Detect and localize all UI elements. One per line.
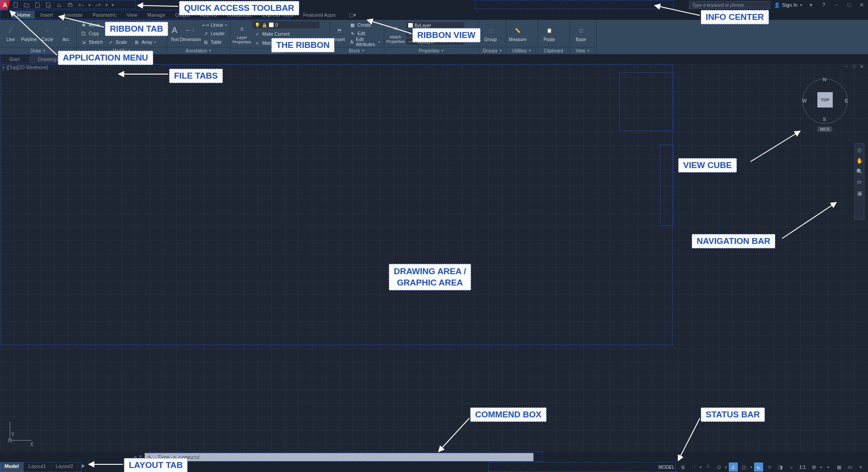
nav-orbit-icon[interactable]: ⟳: [856, 179, 863, 186]
ribbon-tab-collaborate[interactable]: Collaborate: [222, 11, 257, 19]
viewcube-top-face[interactable]: TOP: [817, 92, 833, 107]
match-layer-button[interactable]: ≈Match Layer: [252, 39, 320, 47]
move-button[interactable]: ✥Move: [79, 21, 105, 29]
wcs-button[interactable]: WCS: [817, 126, 832, 132]
color-combo[interactable]: ByLayer: [406, 22, 465, 29]
cmd-close-icon[interactable]: ✕: [133, 455, 137, 460]
block-edit-button[interactable]: ✎Edit: [348, 30, 382, 37]
table-button[interactable]: ⊞Table: [201, 38, 229, 46]
array-button[interactable]: ⊞Array▾: [132, 38, 158, 46]
search-input[interactable]: Type a keyword or phrase: [689, 1, 770, 9]
insert-button[interactable]: ⬒Insert: [332, 21, 347, 46]
hardware-icon[interactable]: ▦: [835, 463, 844, 472]
linetype-combo[interactable]: ─── ByLayer: [406, 38, 465, 45]
isolate-icon[interactable]: +: [824, 463, 833, 472]
qat-redo-icon[interactable]: [94, 1, 102, 9]
qat-cloud-icon[interactable]: [55, 1, 63, 9]
osnap-icon[interactable]: ∠: [729, 463, 738, 472]
match-properties-button[interactable]: ⚄Match Properties: [386, 21, 405, 46]
make-current-button[interactable]: ✓Make Current: [252, 30, 320, 38]
qat-plot-icon[interactable]: [66, 1, 74, 9]
panel-title[interactable]: Clipboard: [538, 47, 569, 54]
ribbon-tab-home[interactable]: Home: [13, 11, 35, 19]
grid-icon[interactable]: ⊞: [678, 463, 687, 472]
signin-button[interactable]: 👤Sign In▼: [774, 2, 803, 8]
compass-e[interactable]: E: [845, 98, 848, 103]
qat-undo-icon[interactable]: [77, 1, 85, 9]
ribbon-tab-view[interactable]: View: [122, 11, 142, 19]
ribbon-tab-annotate[interactable]: Annotate: [58, 11, 87, 19]
vp-minimize-icon[interactable]: −: [845, 64, 852, 70]
stretch-button[interactable]: ⇲Stretch: [79, 38, 105, 46]
otrack-icon[interactable]: ⊾: [754, 463, 763, 472]
cmd-handle-icon[interactable]: ⠿: [139, 455, 142, 460]
lineweight-combo[interactable]: —— ByLayer: [406, 30, 465, 37]
circle-button[interactable]: ○Circle: [39, 21, 57, 46]
layer-combo[interactable]: 💡🔒0: [252, 21, 320, 29]
layout-tab-layout2[interactable]: Layout2: [51, 462, 78, 472]
layout-tab-add[interactable]: +: [78, 462, 87, 472]
compass-s[interactable]: S: [823, 117, 826, 122]
panel-title[interactable]: View▼: [570, 47, 596, 54]
ribbon-tab-output[interactable]: Output: [171, 11, 195, 19]
vp-close-icon[interactable]: ✕: [860, 64, 866, 70]
customize-icon[interactable]: ≡: [856, 463, 865, 472]
viewport-controls[interactable]: [−][Top][2D Wireframe]: [3, 65, 48, 70]
edit-attr-button[interactable]: AEdit Attributes▾: [348, 38, 382, 46]
panel-title[interactable]: Layers▼: [231, 48, 330, 54]
file-tab-add[interactable]: +: [69, 55, 79, 63]
panel-title[interactable]: Utilities▼: [506, 47, 538, 54]
mirror-button[interactable]: ◁▷Mirror: [106, 30, 131, 37]
layout-tab-layout1[interactable]: Layout1: [24, 462, 51, 472]
base-button[interactable]: ◫Base: [571, 21, 590, 46]
command-input[interactable]: >_ Type a command: [145, 453, 533, 461]
panel-title[interactable]: Draw▼: [0, 47, 76, 54]
snap-icon[interactable]: ∷: [689, 463, 698, 472]
copy-button[interactable]: ⿻Copy: [79, 30, 105, 37]
application-menu-button[interactable]: A: [0, 0, 10, 10]
panel-title[interactable]: Groups▼: [479, 47, 506, 54]
minimize-icon[interactable]: −: [832, 1, 841, 9]
dimension-button[interactable]: ⊢⊣Dimension: [181, 21, 200, 46]
linear-button[interactable]: ⟼Linear▾: [201, 21, 229, 29]
layer-properties-button[interactable]: ≣Layer Properties: [232, 21, 251, 47]
ribbon-view-toggle[interactable]: ▢▾: [344, 11, 361, 19]
drawing-area[interactable]: [−][Top][2D Wireframe] − □ ✕ TOP N S E W…: [0, 64, 868, 452]
trim-button[interactable]: ✂Trim▾: [132, 21, 158, 29]
paste-button[interactable]: 📋Paste: [540, 21, 559, 46]
3dosnap-icon[interactable]: ◫: [740, 463, 749, 472]
ribbon-tab-featured[interactable]: Featured Apps: [298, 11, 340, 19]
polyline-button[interactable]: ⟋Polyline: [20, 21, 38, 46]
line-button[interactable]: ╱Line: [2, 21, 19, 46]
arc-button[interactable]: ⌒Arc: [57, 21, 75, 46]
close-icon[interactable]: ✕: [857, 1, 866, 9]
nav-showmotion-icon[interactable]: ▣: [856, 190, 863, 197]
qat-save-icon[interactable]: [33, 1, 42, 9]
polar-icon[interactable]: ⊙: [714, 463, 723, 472]
clean-screen-icon[interactable]: ▭: [845, 463, 854, 472]
ortho-icon[interactable]: └: [703, 463, 712, 472]
block-create-button[interactable]: ▦Create: [348, 21, 382, 29]
qat-customize-icon[interactable]: ▼: [111, 3, 115, 7]
leader-button[interactable]: ↗Leader: [201, 30, 229, 37]
scale-label[interactable]: 1:1: [797, 465, 807, 470]
ribbon-tab-insert[interactable]: Insert: [36, 11, 57, 19]
panel-title[interactable]: Properties▼: [384, 47, 479, 54]
group-button[interactable]: ⬚Group: [481, 21, 500, 46]
qat-saveas-icon[interactable]: [44, 1, 52, 9]
measure-button[interactable]: 📏Measure: [508, 21, 527, 46]
transparency-icon[interactable]: ◨: [776, 463, 785, 472]
ribbon-tab-parametric[interactable]: Parametric: [88, 11, 121, 19]
file-tab-start[interactable]: Start: [0, 55, 29, 63]
vp-restore-icon[interactable]: □: [853, 64, 859, 70]
nav-pan-icon[interactable]: ✋: [856, 157, 863, 164]
compass-n[interactable]: N: [823, 77, 826, 82]
chevron-down-icon[interactable]: ▼: [105, 3, 108, 7]
panel-title[interactable]: Annotation▼: [167, 47, 230, 54]
model-space-toggle[interactable]: MODEL: [657, 465, 677, 470]
ribbon-tab-addins[interactable]: Add-ins: [196, 11, 222, 19]
view-cube[interactable]: TOP N S E W WCS: [800, 73, 850, 132]
rotate-button[interactable]: ↻Rotate: [106, 21, 131, 29]
scale-button[interactable]: ⤢Scale: [106, 38, 131, 46]
gear-icon[interactable]: ✿: [809, 463, 818, 472]
